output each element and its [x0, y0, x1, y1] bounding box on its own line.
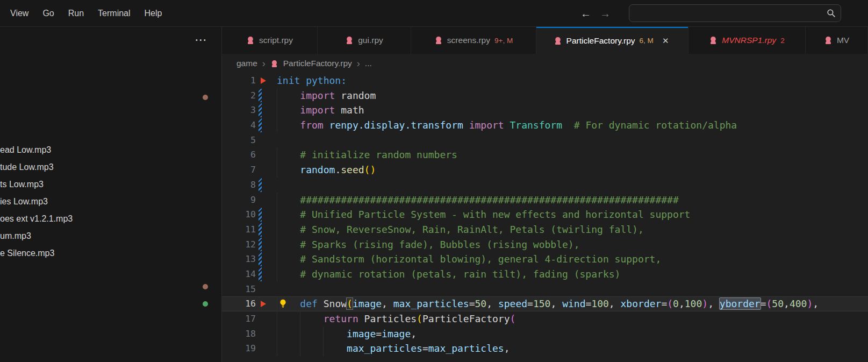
tab-badge: 6, M	[640, 37, 654, 45]
line-number[interactable]: 9	[222, 193, 256, 208]
line-number[interactable]: 6	[222, 147, 256, 162]
code-token: (	[667, 298, 673, 309]
code-token	[277, 298, 300, 309]
code-token: max_particles	[428, 343, 504, 354]
menu-item-view[interactable]: View	[3, 4, 35, 23]
file-item[interactable]: oes ext v1.2.1.mp3	[0, 210, 172, 228]
code-token: 100	[685, 298, 702, 309]
menu-item-terminal[interactable]: Terminal	[91, 4, 137, 23]
file-item[interactable]: tude Low.mp3	[0, 159, 172, 176]
line-number[interactable]: 16	[222, 296, 256, 311]
code-line[interactable]: 15	[222, 282, 868, 297]
file-item[interactable]: ead Low.mp3	[0, 141, 172, 159]
code-line[interactable]: 1init python:	[222, 73, 868, 88]
line-number[interactable]: 5	[222, 133, 256, 148]
line-number[interactable]: 15	[222, 282, 256, 297]
file-item[interactable]: um.mp3	[0, 228, 172, 245]
code-line[interactable]: 13 # Sandstorm (horizontal blowing), gen…	[222, 252, 868, 267]
code-line[interactable]: 11 # Snow, ReverseSnow, Rain, RainAlt, P…	[222, 222, 868, 237]
chevron-right-icon: ›	[357, 59, 360, 68]
indent-guide	[277, 341, 277, 356]
line-number[interactable]: 2	[222, 88, 256, 103]
code-editor[interactable]: 1init python:2 import random3 import mat…	[222, 73, 868, 362]
indent-guide	[277, 207, 277, 222]
line-number[interactable]: 4	[222, 118, 256, 133]
menu-item-run[interactable]: Run	[61, 4, 91, 23]
line-number[interactable]: 1	[222, 73, 256, 88]
file-item[interactable]: e Silence.mp3	[0, 245, 172, 262]
tab-screens-rpy[interactable]: screens.rpy9+, M	[411, 27, 536, 54]
modified-indicator	[259, 267, 262, 281]
breadcrumb-segment[interactable]: ParticleFactory.rpy	[283, 59, 352, 68]
code-token: seed	[341, 164, 364, 175]
code-line[interactable]: 5	[222, 133, 868, 148]
modified-indicator	[259, 193, 262, 207]
line-number[interactable]: 8	[222, 178, 256, 193]
code-line[interactable]: 12 # Sparks (rising fade), Bubbles (risi…	[222, 237, 868, 252]
code-line[interactable]: 19 max_particles=max_particles,	[222, 341, 868, 356]
tab-mv[interactable]: MV	[806, 27, 868, 54]
file-item[interactable]: ts Low.mp3	[0, 176, 172, 193]
line-number[interactable]: 11	[222, 222, 256, 237]
code-line[interactable]: 16 def Snow(image, max_particles=50, spe…	[222, 296, 868, 311]
menu-item-go[interactable]: Go	[35, 4, 61, 23]
line-number[interactable]: 12	[222, 237, 256, 252]
code-line[interactable]: 17 return Particles(ParticleFactory(	[222, 311, 868, 326]
breakpoint-arrow-icon[interactable]	[261, 301, 266, 307]
code-token: ,	[784, 298, 790, 309]
line-number[interactable]: 14	[222, 267, 256, 282]
renpy-file-icon	[554, 37, 562, 45]
search-input[interactable]	[629, 5, 827, 22]
line-number[interactable]: 7	[222, 162, 256, 178]
code-line[interactable]: 8	[222, 178, 868, 193]
code-line[interactable]: 14 # dynamic rotation (petals, rain tilt…	[222, 267, 868, 282]
tab-bar: script.rpygui.rpyscreens.rpy9+, MParticl…	[222, 27, 868, 54]
menu-item-help[interactable]: Help	[138, 4, 169, 23]
tab-label: script.rpy	[259, 36, 293, 45]
search-icon[interactable]	[827, 9, 836, 18]
code-token: ,	[382, 298, 393, 309]
more-actions-icon[interactable]: ⋯	[195, 33, 207, 48]
breadcrumb-segment[interactable]: ...	[365, 59, 372, 68]
tab-mvnrsp1-rpy[interactable]: MVNRSP1.rpy2	[688, 27, 806, 54]
indent-guide	[277, 162, 277, 178]
tab-gui-rpy[interactable]: gui.rpy	[318, 27, 411, 54]
code-line[interactable]: 18 image=image,	[222, 326, 868, 342]
breadcrumb-segment[interactable]: game	[236, 59, 257, 68]
code-token: .	[335, 164, 341, 175]
modified-indicator	[259, 252, 262, 266]
code-line[interactable]: 7 random.seed()	[222, 162, 868, 178]
explorer-sidebar: ⋯ ead Low.mp3tude Low.mp3ts Low.mp3ies L…	[0, 27, 222, 362]
line-number[interactable]: 3	[222, 103, 256, 118]
line-number[interactable]: 18	[222, 326, 256, 342]
indent-guide	[277, 118, 277, 133]
tab-script-rpy[interactable]: script.rpy	[222, 27, 318, 54]
code-line[interactable]: 6 # initialize random numbers	[222, 147, 868, 162]
command-center-search[interactable]	[629, 4, 841, 22]
code-token: 50	[475, 298, 487, 309]
code-line[interactable]: 4 from renpy.display.transform import Tr…	[222, 118, 868, 133]
code-token: ,	[609, 298, 621, 309]
line-number[interactable]: 13	[222, 252, 256, 267]
breakpoint-arrow-icon[interactable]	[261, 77, 266, 84]
title-bar: ViewGoRunTerminalHelp ← →	[0, 0, 868, 27]
close-icon[interactable]: ✕	[660, 36, 671, 46]
tab-particlefactory-rpy[interactable]: ParticleFactory.rpy6, M✕	[536, 27, 688, 54]
code-token: # Snow, ReverseSnow, Rain, RainAlt, Peta…	[300, 224, 643, 235]
line-number[interactable]: 19	[222, 341, 256, 356]
renpy-file-icon	[434, 36, 443, 45]
code-token: =	[761, 298, 766, 309]
code-token: ,	[708, 298, 720, 309]
line-number[interactable]: 10	[222, 207, 256, 222]
forward-arrow-icon[interactable]: →	[600, 8, 611, 20]
code-line[interactable]: 2 import random	[222, 88, 868, 103]
code-token: 400	[790, 298, 807, 309]
code-line[interactable]: 3 import math	[222, 103, 868, 118]
code-text: max_particles=max_particles,	[277, 341, 868, 356]
back-arrow-icon[interactable]: ←	[580, 8, 591, 20]
code-line[interactable]: 9 ######################################…	[222, 193, 868, 208]
line-number[interactable]: 17	[222, 311, 256, 326]
code-token: random	[335, 90, 376, 101]
code-line[interactable]: 10 # Unified Particle System - with new …	[222, 207, 868, 222]
file-item[interactable]: ies Low.mp3	[0, 193, 172, 210]
